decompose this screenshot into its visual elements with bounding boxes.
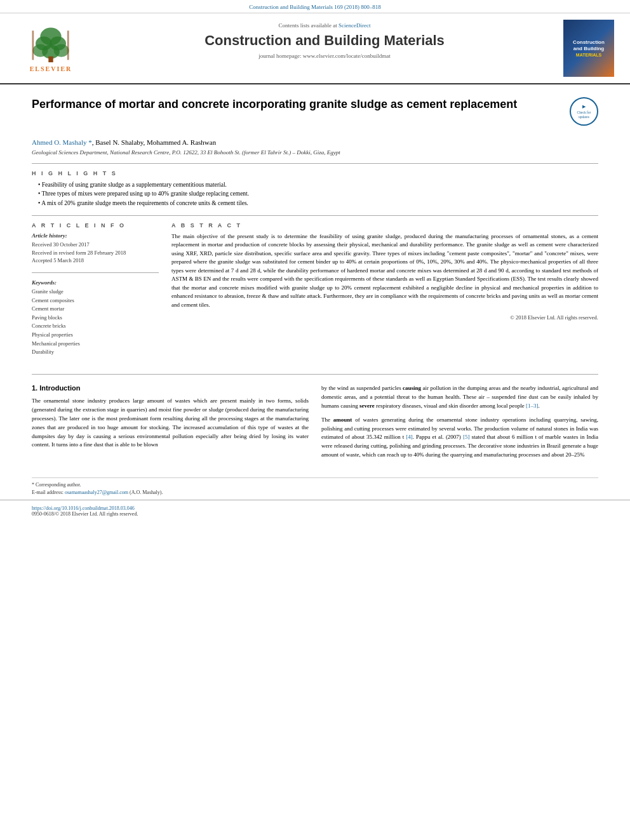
citation-4[interactable]: [4] [406,434,413,440]
svg-rect-8 [67,30,69,60]
journal-title-area: Contents lists available at ScienceDirec… [89,20,560,77]
keyword-item: Cement mortar [32,305,159,314]
keyword-item: Concrete bricks [32,322,159,331]
article-info-label: A R T I C L E I N F O [32,222,159,229]
footnote-section: * Corresponding author. E-mail address: … [0,477,630,497]
article-title: Performance of mortar and concrete incor… [32,97,570,112]
keyword-item: Durability [32,348,159,357]
issn-line: 0950-0618/© 2018 Elsevier Ltd. All right… [32,511,138,517]
svg-rect-7 [32,30,34,60]
article-footer: https://doi.org/10.1016/j.conbuildmat.20… [0,500,630,522]
highlights-list: Feasibility of using granite sludge as a… [32,180,598,208]
article-title-section: Performance of mortar and concrete incor… [32,97,598,131]
intro-paragraph-1: The ornamental stone industry produces l… [32,397,309,450]
journal-homepage: journal homepage: www.elsevier.com/locat… [95,53,554,59]
journal-cover-box: Constructionand Building MATERIALS [563,20,614,77]
sciencedirect-link[interactable]: ScienceDirect [338,22,370,29]
elsevier-tree-icon [25,25,76,63]
page-container: Construction and Building Materials 169 … [0,0,630,522]
publisher-name: ELSEVIER [30,65,72,72]
authors-line: Ahmed O. Mashaly *, Basel N. Shalaby, Mo… [32,138,598,146]
corresponding-author-note: * Corresponding author. [32,481,598,489]
keyword-item: Granite sludge [32,288,159,297]
contents-available-line: Contents lists available at ScienceDirec… [95,22,554,29]
divider-1 [32,163,598,164]
contents-text: Contents lists available at [279,22,338,29]
affiliation-line: Geological Sciences Department, National… [32,149,598,156]
author-email[interactable]: osamamaashaly27@gmail.com [65,490,128,495]
journal-cover-image: Constructionand Building MATERIALS [560,20,617,77]
highlights-label: H I G H L I G H T S [32,170,598,177]
intro-paragraph-3: The amount of wastes generating during t… [321,416,598,460]
abstract-label: A B S T R A C T [171,222,598,229]
author-name-1[interactable]: Ahmed O. Mashaly * [32,138,92,146]
highlight-item: Three types of mixes were prepared using… [38,189,598,198]
body-col-left: 1. Introduction The ornamental stone ind… [32,384,309,465]
email-line: E-mail address: osamamaashaly27@gmail.co… [32,489,598,497]
citation-1-3[interactable]: [1–3] [526,403,539,409]
keywords-label: Keywords: [32,279,159,286]
check-for-updates-badge: ▶ Check forupdates [570,97,598,126]
citation-5[interactable]: [5] [463,434,470,440]
abstract-column: A B S T R A C T The main objective of th… [171,222,598,364]
email-after: (A.O. Mashaly). [130,490,163,495]
intro-paragraph-2: by the wind as suspended particles causi… [321,384,598,411]
author-name-2: Basel N. Shalaby, Mohammed A. Rashwan [95,138,216,146]
accepted-date: Accepted 5 March 2018 [32,257,159,265]
two-col-body: 1. Introduction The ornamental stone ind… [32,384,598,465]
copyright-line: © 2018 Elsevier Ltd. All rights reserved… [171,314,598,321]
body-col-right: by the wind as suspended particles causi… [321,384,598,465]
keyword-item: Mechanical properties [32,340,159,349]
body-content: 1. Introduction The ornamental stone ind… [32,374,598,465]
article-content: Performance of mortar and concrete incor… [0,84,630,477]
journal-citation: Construction and Building Materials 169 … [249,4,380,10]
top-citation-bar: Construction and Building Materials 169 … [0,0,630,13]
footnote-text: * Corresponding author. E-mail address: … [32,477,598,497]
article-history-block: Article history: Received 30 October 201… [32,232,159,265]
doi-link[interactable]: https://doi.org/10.1016/j.conbuildmat.20… [32,505,138,511]
highlights-section: H I G H L I G H T S Feasibility of using… [32,170,598,208]
journal-header: ELSEVIER Contents lists available at Sci… [0,13,630,84]
footer-left: https://doi.org/10.1016/j.conbuildmat.20… [32,505,138,517]
divider-3 [32,272,159,273]
publisher-logo-area: ELSEVIER [13,20,89,77]
keyword-item: Cement composites [32,297,159,305]
email-label: E-mail address: [32,490,65,495]
highlight-item: Feasibility of using granite sludge as a… [38,180,598,189]
introduction-heading: 1. Introduction [32,384,309,392]
svg-rect-6 [48,56,53,62]
keywords-list: Granite sludge Cement composites Cement … [32,288,159,357]
revised-date: Received in revised form 28 February 201… [32,249,159,257]
abstract-text: The main objective of the present study … [171,232,598,310]
article-info-column: A R T I C L E I N F O Article history: R… [32,222,159,364]
keyword-item: Physical properties [32,331,159,340]
elsevier-logo: ELSEVIER [25,25,76,72]
article-history-label: Article history: [32,232,159,239]
journal-title: Construction and Building Materials [95,32,554,49]
article-info-abstract-layout: A R T I C L E I N F O Article history: R… [32,222,598,364]
divider-2 [32,215,598,216]
cover-subtitle: MATERIALS [576,53,601,57]
highlight-item: A mix of 20% granite sludge meets the re… [38,199,598,208]
keyword-item: Paving blocks [32,314,159,323]
keywords-block: Keywords: Granite sludge Cement composit… [32,279,159,357]
cover-title: Constructionand Building [573,39,605,51]
received-date: Received 30 October 2017 [32,241,159,249]
